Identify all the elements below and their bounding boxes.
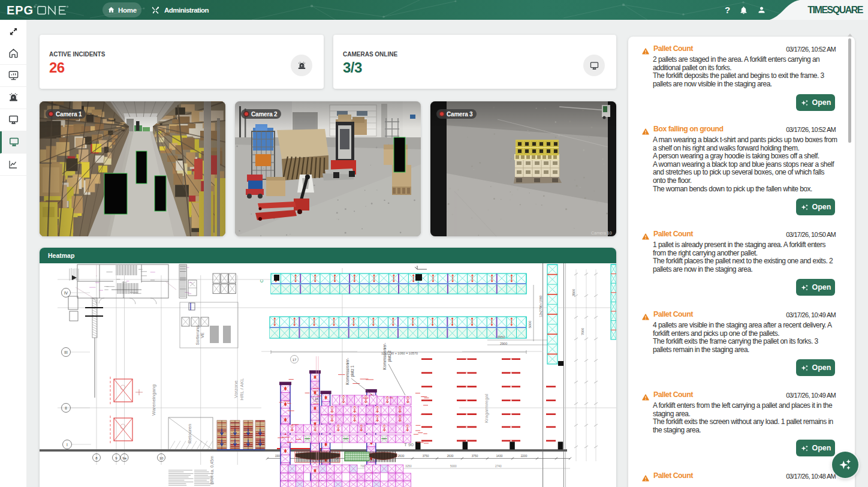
svg-text:16: 16: [315, 397, 319, 401]
svg-text:1430: 1430: [496, 455, 503, 458]
svg-text:10: 10: [159, 456, 164, 460]
svg-text:2630: 2630: [398, 455, 405, 458]
svg-text:7000: 7000: [581, 328, 584, 335]
svg-text:Kragarmregal: Kragarmregal: [484, 394, 489, 423]
svg-text:2740: 2740: [495, 465, 502, 468]
svg-text:Wareneingang: Wareneingang: [151, 384, 156, 416]
svg-text:8: 8: [95, 456, 98, 460]
svg-text:Vorzone: Vorzone: [233, 380, 239, 398]
svg-text:platz 1: platz 1: [350, 365, 355, 377]
svg-text:3750: 3750: [472, 455, 478, 458]
svg-text:Retouren: Retouren: [187, 424, 192, 444]
svg-text:2200: 2200: [521, 455, 528, 458]
svg-text:VE: VE: [200, 332, 204, 338]
svg-text:9: 9: [115, 456, 117, 460]
svg-text:III: III: [64, 350, 68, 354]
svg-text:I: I: [67, 443, 68, 447]
svg-text:17: 17: [293, 358, 297, 362]
svg-text:EPG: EPG: [7, 4, 34, 17]
svg-text:3750: 3750: [423, 455, 429, 458]
svg-text:Kommissionier-: Kommissionier-: [345, 358, 349, 385]
svg-text:BRH ca. 0,45m: BRH ca. 0,45m: [210, 456, 214, 485]
svg-text:2630: 2630: [447, 455, 454, 458]
svg-text:C: C: [260, 279, 264, 282]
svg-text:9a: 9a: [122, 456, 126, 460]
svg-text:Camera 10: Camera 10: [591, 231, 612, 235]
svg-text:Sortierung: Sortierung: [195, 326, 200, 345]
svg-text:5000: 5000: [528, 321, 532, 328]
svg-text:Kommissionier-: Kommissionier-: [382, 343, 387, 370]
svg-text:IV: IV: [64, 291, 68, 295]
svg-text:3500: 3500: [572, 289, 575, 296]
svg-text:5000: 5000: [450, 465, 457, 468]
svg-text:HRL / AKL: HRL / AKL: [239, 378, 245, 401]
svg-text:II: II: [65, 406, 67, 410]
svg-text:2650: 2650: [498, 335, 505, 339]
svg-text:3250: 3250: [405, 465, 412, 468]
svg-text:12x2790+1060: 12x2790+1060: [539, 295, 542, 317]
